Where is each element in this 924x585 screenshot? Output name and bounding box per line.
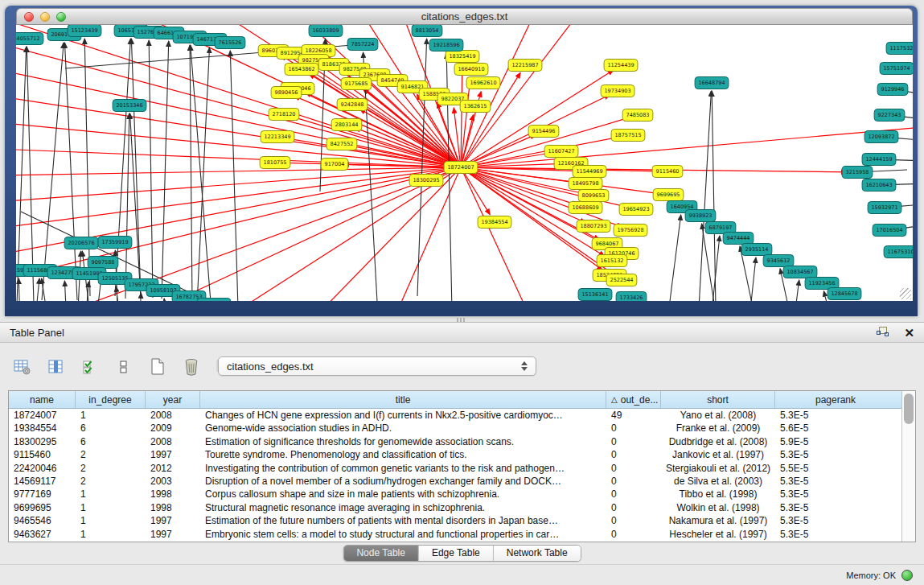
graph-node[interactable]: 9175685 bbox=[341, 78, 372, 90]
graph-node[interactable]: 11254439 bbox=[604, 60, 638, 72]
graph-node[interactable]: 1733426 bbox=[616, 292, 647, 302]
table-row[interactable]: 1830029562008Estimation of significance … bbox=[9, 435, 901, 448]
graph-node[interactable]: 9699695 bbox=[653, 189, 684, 201]
graph-node[interactable]: 9115460 bbox=[652, 166, 683, 178]
new-column-icon[interactable] bbox=[146, 356, 169, 377]
graph-node[interactable]: 7857224 bbox=[347, 39, 378, 51]
column-header-year[interactable]: year bbox=[146, 391, 200, 408]
resize-grip[interactable] bbox=[900, 288, 911, 299]
graph-node[interactable]: 15932971 bbox=[868, 202, 901, 214]
graph-node[interactable]: 2935114 bbox=[741, 244, 772, 256]
graph-node[interactable]: 16962610 bbox=[466, 77, 500, 89]
graph-node[interactable]: 8813054 bbox=[412, 25, 442, 37]
table-row[interactable]: 911546021997Tourette syndrome. Phenomeno… bbox=[9, 448, 901, 461]
graph-node[interactable]: 9474444 bbox=[723, 233, 754, 245]
graph-node[interactable]: 2522544 bbox=[606, 274, 637, 286]
table-row[interactable]: 1938455462009Genome-wide association stu… bbox=[9, 422, 901, 435]
column-header-name[interactable]: name bbox=[9, 391, 76, 408]
network-canvas[interactable]: 1872400789601238912954182260589827503818… bbox=[16, 25, 913, 301]
graph-node[interactable]: 11175322 bbox=[886, 43, 913, 55]
graph-node[interactable]: 11675310 bbox=[884, 246, 913, 258]
table-row[interactable]: 969969511998Structural magnetic resonanc… bbox=[9, 501, 901, 514]
graph-node[interactable]: 10688609 bbox=[569, 202, 602, 214]
graph-node[interactable]: 7485083 bbox=[622, 109, 653, 122]
graph-node[interactable]: 16210643 bbox=[862, 179, 896, 192]
graph-node[interactable]: 9227343 bbox=[874, 109, 905, 122]
graph-node[interactable]: 18757515 bbox=[611, 130, 645, 142]
zoom-window-button[interactable] bbox=[56, 12, 66, 22]
graph-node[interactable]: 11544969 bbox=[573, 166, 606, 178]
table-row[interactable]: 1456911722003Disruption of a novel membe… bbox=[9, 475, 901, 488]
close-window-button[interactable] bbox=[24, 12, 34, 22]
graph-node[interactable]: 20153346 bbox=[113, 100, 146, 112]
graph-node[interactable]: 16640910 bbox=[454, 64, 488, 76]
graph-node[interactable]: 12093872 bbox=[864, 131, 898, 143]
graph-node[interactable]: 16648794 bbox=[695, 77, 729, 89]
graph-node[interactable]: 9097588 bbox=[88, 257, 118, 269]
close-panel-icon[interactable]: ✕ bbox=[904, 327, 914, 339]
graph-node[interactable]: 19218596 bbox=[429, 39, 463, 51]
graph-node[interactable]: 19384554 bbox=[478, 216, 511, 229]
table-row[interactable]: 946362711997Embryonic stem cells: a mode… bbox=[9, 528, 901, 541]
column-header-in_degree[interactable]: in_degree bbox=[76, 391, 146, 408]
tab-network-table[interactable]: Network Table bbox=[494, 546, 581, 561]
table-row[interactable]: 946554611997Estimation of the future num… bbox=[9, 514, 901, 527]
graph-node[interactable]: 16543862 bbox=[285, 64, 318, 76]
graph-node[interactable]: 1810755 bbox=[260, 157, 290, 169]
graph-node[interactable]: 15123439 bbox=[68, 25, 101, 37]
graph-node[interactable]: 18807293 bbox=[577, 220, 610, 233]
column-header-title[interactable]: title bbox=[200, 391, 606, 408]
show-column-icon[interactable] bbox=[45, 356, 68, 377]
graph-node[interactable]: 3215958 bbox=[842, 167, 873, 179]
graph-node[interactable]: 1615132 bbox=[597, 255, 627, 267]
table-select-dropdown[interactable]: citations_edges.txt bbox=[218, 356, 536, 376]
minimize-window-button[interactable] bbox=[40, 12, 50, 22]
graph-node[interactable]: 12444159 bbox=[862, 154, 896, 166]
network-window-titlebar[interactable]: citations_edges.txt bbox=[16, 8, 913, 25]
graph-node[interactable]: 19734903 bbox=[601, 85, 634, 97]
column-header-out_de[interactable]: △out_de... bbox=[606, 391, 661, 408]
table-mode-icon[interactable] bbox=[11, 356, 34, 377]
table-row[interactable]: 2242004622012Investigating the contribut… bbox=[9, 462, 901, 475]
graph-node[interactable]: 9242848 bbox=[337, 99, 368, 111]
graph-node[interactable]: 17359919 bbox=[98, 237, 132, 249]
graph-node[interactable]: 18325419 bbox=[446, 51, 479, 63]
graph-node[interactable]: 18495798 bbox=[569, 178, 602, 190]
graph-node[interactable]: 19654923 bbox=[619, 204, 653, 216]
table-scrollbar-thumb[interactable] bbox=[904, 393, 914, 424]
table-row[interactable]: 977716911998Corpus callosum shape and si… bbox=[9, 488, 901, 501]
graph-node[interactable]: 917004 bbox=[321, 159, 348, 171]
unselect-rows-icon[interactable] bbox=[113, 356, 135, 377]
graph-node[interactable]: 15751074 bbox=[880, 63, 913, 75]
graph-node[interactable]: 18300295 bbox=[409, 175, 443, 187]
tab-edge-table[interactable]: Edge Table bbox=[419, 546, 494, 561]
graph-node[interactable]: 8427552 bbox=[326, 138, 357, 150]
memory-ok-indicator[interactable] bbox=[901, 570, 913, 581]
table-row[interactable]: 1872400712008Changes of HCN gene express… bbox=[9, 409, 901, 422]
graph-node[interactable]: 17016504 bbox=[873, 225, 906, 237]
graph-node[interactable]: 10834567 bbox=[783, 266, 817, 278]
graph-node[interactable]: 18724007 bbox=[444, 162, 478, 174]
graph-node[interactable]: 9345612 bbox=[763, 255, 794, 267]
graph-node[interactable]: 9129946 bbox=[877, 84, 908, 96]
graph-node[interactable]: 16033809 bbox=[309, 25, 343, 37]
table-scrollbar[interactable] bbox=[901, 391, 915, 542]
graph-node[interactable]: 12213349 bbox=[261, 131, 294, 143]
graph-node[interactable]: 2718120 bbox=[269, 109, 299, 121]
delete-column-icon[interactable] bbox=[180, 356, 203, 377]
graph-node[interactable]: 9890456 bbox=[271, 87, 302, 99]
graph-node[interactable]: 12923448 bbox=[197, 299, 231, 302]
column-header-pagerank[interactable]: pagerank bbox=[775, 391, 896, 408]
graph-node[interactable]: 12845678 bbox=[827, 288, 861, 300]
tab-node-table[interactable]: Node Table bbox=[343, 546, 419, 561]
float-panel-icon[interactable] bbox=[877, 327, 889, 338]
graph-node[interactable]: 9938923 bbox=[685, 210, 716, 222]
graph-node[interactable]: 7615526 bbox=[215, 37, 245, 49]
graph-node[interactable]: 11607427 bbox=[544, 146, 578, 158]
graph-node[interactable]: 15136141 bbox=[578, 289, 612, 301]
graph-node[interactable]: 2803144 bbox=[331, 119, 362, 131]
select-all-rows-icon[interactable] bbox=[79, 356, 101, 377]
graph-node[interactable]: 1362615 bbox=[460, 101, 491, 113]
graph-node[interactable]: 8099653 bbox=[578, 190, 609, 202]
graph-node[interactable]: 14055712 bbox=[16, 33, 43, 45]
